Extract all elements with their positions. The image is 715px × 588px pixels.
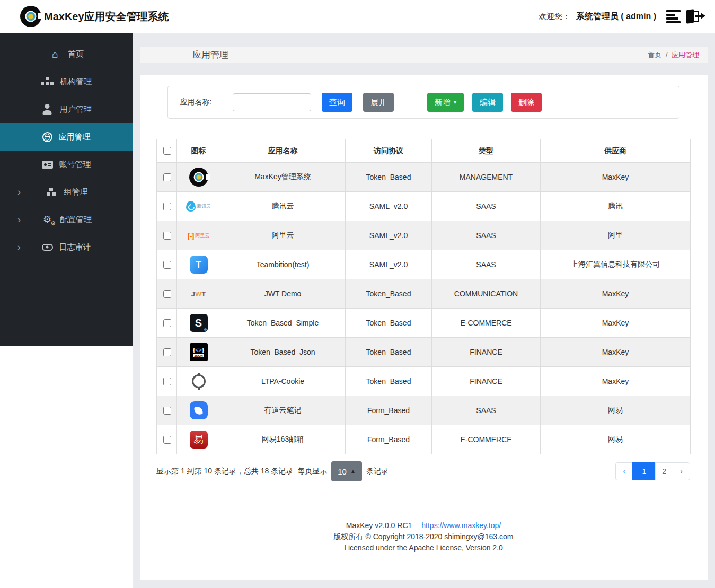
type-cell: FINANCE [432, 367, 541, 396]
col-header-type: 类型 [432, 139, 541, 163]
vendor-cell: 上海汇翼信息科技有限公司 [541, 250, 691, 279]
table-row[interactable]: 易 网易163邮箱 Form_Based E-COMMERCE 网易 [157, 425, 691, 454]
delete-button[interactable]: 删除 [511, 93, 542, 112]
sidebar-item-label: 机构管理 [60, 77, 92, 87]
sidebar-item-audit[interactable]: ›日志审计 [0, 233, 133, 261]
sidebar-item-label: 日志审计 [59, 242, 91, 252]
pagination-page-1[interactable]: 1 [632, 462, 656, 480]
row-checkbox[interactable] [163, 378, 171, 385]
page-size-dropdown[interactable]: 10 ▲ [331, 461, 362, 481]
sidebar-item-label: 首页 [68, 49, 84, 59]
table-row[interactable]: T Teambition(test) SAML_v2.0 SAAS 上海汇翼信息… [157, 250, 691, 279]
sidebar-item-config[interactable]: ›⚙⚙配置管理 [0, 206, 133, 233]
footer-version: MaxKey v2.0.0 RC1 [346, 521, 412, 530]
pagination-page-2[interactable]: 2 [655, 462, 673, 480]
type-cell: SAAS [432, 250, 541, 279]
menu-list-icon[interactable] [666, 10, 681, 23]
row-checkbox[interactable] [163, 319, 171, 327]
footer: MaxKey v2.0.0 RC1https://www.maxkey.top/… [156, 520, 691, 554]
sidebar-item-label: 配置管理 [60, 215, 92, 225]
row-checkbox[interactable] [163, 261, 171, 269]
breadcrumb-current[interactable]: 应用管理 [672, 51, 699, 59]
app-name-cell: 阿里云 [220, 221, 346, 250]
app-name-cell: MaxKey管理系统 [220, 163, 346, 192]
id-card-icon [42, 161, 53, 169]
user-icon [41, 104, 54, 115]
home-icon: ⌂ [49, 49, 61, 59]
eye-icon [42, 244, 53, 251]
content-card: 应用名称: 查询 展开 新增 ▾ 编辑 删除 [140, 75, 708, 580]
sidebar-item-org[interactable]: 机构管理 [0, 68, 133, 95]
row-checkbox[interactable] [163, 173, 171, 181]
vendor-cell: 阿里 [541, 221, 691, 250]
breadcrumb-home-link[interactable]: 首页 [648, 51, 661, 59]
maxkey-app-icon [189, 168, 208, 187]
add-button[interactable]: 新增 ▾ [427, 93, 464, 112]
row-checkbox[interactable] [163, 232, 171, 240]
type-cell: MANAGEMENT [432, 163, 541, 192]
footer-divider [156, 508, 691, 508]
logout-icon[interactable] [686, 8, 705, 24]
select-all-checkbox[interactable] [163, 147, 171, 155]
breadcrumb-bar: 应用管理 首页 / 应用管理 [140, 47, 708, 63]
vendor-cell: MaxKey [541, 163, 691, 192]
table-row[interactable]: [-]阿里云 阿里云 SAML_v2.0 SAAS 阿里 [157, 221, 691, 250]
sidebar: ⌂首页机构管理用户管理应用管理账号管理›组管理›⚙⚙配置管理›日志审计 [0, 33, 133, 346]
breadcrumb: 首页 / 应用管理 [648, 50, 699, 60]
ltpa-app-icon [192, 374, 206, 388]
table-row[interactable]: 有道云笔记 Form_Based SAAS 网易 [157, 396, 691, 425]
type-cell: FINANCE [432, 338, 541, 367]
row-checkbox[interactable] [163, 290, 171, 298]
page-title: 应用管理 [192, 49, 228, 61]
table-row[interactable]: 腾讯云 腾讯云 SAML_v2.0 SAAS 腾讯 [157, 192, 691, 221]
table-row[interactable]: {<>}JSON Token_Based_Json Token_Based FI… [157, 338, 691, 367]
app-name-input[interactable] [233, 93, 311, 111]
sidebar-item-account[interactable]: 账号管理 [0, 151, 133, 178]
add-button-label: 新增 [435, 98, 451, 108]
youdao-app-icon [190, 401, 208, 419]
protocol-cell: Token_Based [346, 338, 432, 367]
caret-up-icon: ▲ [350, 469, 356, 474]
col-header-vendor: 供应商 [541, 139, 691, 163]
protocol-cell: Form_Based [346, 396, 432, 425]
vendor-cell: 网易 [541, 396, 691, 425]
brand: MaxKey应用安全管理系统 [20, 6, 169, 27]
edit-button[interactable]: 编辑 [472, 93, 503, 112]
type-cell: SAAS [432, 221, 541, 250]
pagination: ‹12› [615, 462, 690, 480]
protocol-cell: Token_Based [346, 279, 432, 309]
row-checkbox[interactable] [163, 407, 171, 415]
table-row[interactable]: JWT JWT Demo Token_Based COMMUNICATION M… [157, 279, 691, 309]
protocol-cell: Token_Based [346, 367, 432, 396]
teambition-app-icon: T [190, 256, 208, 274]
vendor-cell: MaxKey [541, 367, 691, 396]
app-name-cell: Token_Based_Simple [220, 309, 346, 338]
vendor-cell: MaxKey [541, 338, 691, 367]
pagination-next[interactable]: › [673, 462, 690, 480]
record-summary: 显示第 1 到第 10 条记录，总共 18 条记录 [156, 467, 293, 476]
app-name-cell: 有道云笔记 [220, 396, 346, 425]
app-name-cell: Token_Based_Json [220, 338, 346, 367]
footer-link[interactable]: https://www.maxkey.top/ [421, 521, 501, 530]
sidebar-item-user[interactable]: 用户管理 [0, 95, 133, 123]
toolbar-divider [410, 86, 410, 118]
row-checkbox[interactable] [163, 348, 171, 356]
table-row[interactable]: LTPA-Cookie Token_Based FINANCE MaxKey [157, 367, 691, 396]
table-row[interactable]: S Token_Based_Simple Token_Based E-COMME… [157, 309, 691, 338]
cubes-icon [45, 188, 58, 197]
table-row[interactable]: MaxKey管理系统 Token_Based MANAGEMENT MaxKey [157, 163, 691, 192]
sidebar-item-app[interactable]: 应用管理 [0, 123, 133, 151]
row-checkbox[interactable] [163, 436, 171, 444]
pagination-prev[interactable]: ‹ [615, 462, 633, 480]
app-title: MaxKey应用安全管理系统 [44, 10, 169, 24]
vendor-cell: MaxKey [541, 309, 691, 338]
sidebar-item-group[interactable]: ›组管理 [0, 178, 133, 206]
chevron-right-icon: › [17, 215, 21, 224]
expand-button[interactable]: 展开 [363, 93, 394, 112]
row-checkbox[interactable] [163, 203, 171, 210]
query-button[interactable]: 查询 [322, 93, 352, 112]
welcome-label: 欢迎您： [539, 12, 570, 22]
sidebar-item-home[interactable]: ⌂首页 [0, 40, 133, 68]
app-name-label: 应用名称: [180, 98, 212, 107]
protocol-cell: SAML_v2.0 [346, 221, 432, 250]
